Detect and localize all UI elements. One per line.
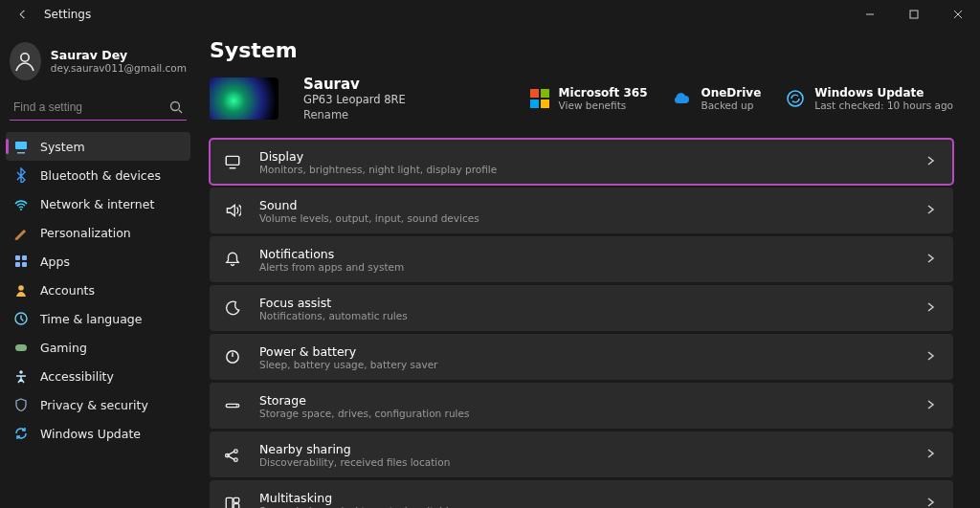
nav-item-time[interactable]: Time & language bbox=[6, 304, 190, 333]
item-title: Focus assist bbox=[259, 296, 408, 310]
nav-item-privacy[interactable]: Privacy & security bbox=[6, 390, 190, 419]
minimize-button[interactable] bbox=[848, 0, 892, 29]
chevron-right-icon bbox=[924, 399, 936, 413]
display-icon bbox=[223, 153, 242, 170]
nav-item-label: Apps bbox=[40, 254, 70, 269]
avatar bbox=[10, 42, 41, 80]
chevron-right-icon bbox=[924, 155, 936, 169]
item-subtitle: Monitors, brightness, night light, displ… bbox=[259, 164, 497, 175]
nav-item-label: Accounts bbox=[40, 283, 95, 298]
gaming-icon bbox=[13, 340, 29, 355]
profile-email: dey.saurav011@gmail.com bbox=[51, 62, 187, 75]
nav-item-update[interactable]: Windows Update bbox=[6, 419, 190, 448]
settings-item-display[interactable]: DisplayMonitors, brightness, night light… bbox=[210, 139, 953, 185]
item-subtitle: Sleep, battery usage, battery saver bbox=[259, 359, 437, 370]
window-title: Settings bbox=[44, 8, 91, 21]
update-icon bbox=[13, 426, 29, 441]
status-ms365[interactable]: Microsoft 365 View benefits bbox=[530, 86, 648, 111]
chevron-right-icon bbox=[924, 204, 936, 218]
nav-item-label: Network & internet bbox=[40, 197, 154, 211]
close-button[interactable] bbox=[936, 0, 980, 29]
nearby-icon bbox=[223, 446, 242, 463]
nav-item-network[interactable]: Network & internet bbox=[6, 189, 190, 218]
focus-icon bbox=[223, 299, 242, 317]
apps-icon bbox=[13, 254, 29, 269]
rename-link[interactable]: Rename bbox=[303, 108, 406, 121]
status-ms365-title: Microsoft 365 bbox=[559, 86, 648, 99]
status-onedrive[interactable]: OneDrive Backed up bbox=[672, 86, 761, 111]
storage-icon bbox=[223, 397, 242, 414]
item-title: Multitasking bbox=[259, 491, 461, 505]
chevron-right-icon bbox=[924, 497, 936, 509]
nav-item-label: Accessibility bbox=[40, 369, 114, 384]
status-update-title: Windows Update bbox=[814, 86, 953, 99]
back-button[interactable] bbox=[10, 1, 36, 28]
chevron-right-icon bbox=[924, 301, 936, 316]
notifications-icon bbox=[223, 251, 242, 268]
search-box[interactable] bbox=[10, 94, 187, 121]
nav-item-label: Gaming bbox=[40, 341, 87, 355]
nav-item-apps[interactable]: Apps bbox=[6, 247, 190, 276]
search-input[interactable] bbox=[13, 100, 169, 114]
nav-item-accounts[interactable]: Accounts bbox=[6, 276, 190, 304]
status-update-sub: Last checked: 10 hours ago bbox=[814, 99, 953, 111]
settings-item-focus[interactable]: Focus assistNotifications, automatic rul… bbox=[210, 285, 953, 331]
status-onedrive-title: OneDrive bbox=[701, 86, 761, 99]
nav-item-label: System bbox=[40, 140, 85, 154]
nav-item-system[interactable]: System bbox=[6, 132, 190, 161]
personalization-icon bbox=[13, 225, 29, 240]
item-subtitle: Volume levels, output, input, sound devi… bbox=[259, 212, 479, 224]
nav-list: SystemBluetooth & devicesNetwork & inter… bbox=[0, 130, 196, 450]
nav-item-label: Privacy & security bbox=[40, 398, 148, 412]
multitasking-icon bbox=[223, 495, 242, 508]
nav-item-label: Bluetooth & devices bbox=[40, 168, 161, 183]
nav-item-personalization[interactable]: Personalization bbox=[6, 218, 190, 247]
item-subtitle: Alerts from apps and system bbox=[259, 261, 404, 273]
settings-item-power[interactable]: Power & batterySleep, battery usage, bat… bbox=[210, 334, 953, 380]
device-info-row: Saurav GP63 Leopard 8RE Rename Microsoft… bbox=[210, 76, 953, 121]
device-wallpaper-thumb bbox=[210, 77, 278, 120]
nav-item-accessibility[interactable]: Accessibility bbox=[6, 362, 190, 390]
onedrive-icon bbox=[672, 89, 691, 108]
settings-item-sound[interactable]: SoundVolume levels, output, input, sound… bbox=[210, 188, 953, 233]
nav-item-bluetooth[interactable]: Bluetooth & devices bbox=[6, 161, 190, 189]
profile-name: Saurav Dey bbox=[51, 48, 187, 63]
item-title: Storage bbox=[259, 393, 469, 408]
chevron-right-icon bbox=[924, 448, 936, 462]
item-title: Display bbox=[259, 149, 497, 164]
device-name: Saurav bbox=[303, 76, 406, 93]
settings-item-multitasking[interactable]: MultitaskingSnap windows, desktops, task… bbox=[210, 480, 953, 508]
privacy-icon bbox=[13, 397, 29, 412]
device-model: GP63 Leopard 8RE bbox=[303, 93, 406, 106]
nav-item-label: Personalization bbox=[40, 226, 131, 240]
status-ms365-sub: View benefits bbox=[559, 99, 648, 111]
sidebar: Saurav Dey dey.saurav011@gmail.com Syste… bbox=[0, 29, 196, 508]
profile-block[interactable]: Saurav Dey dey.saurav011@gmail.com bbox=[0, 36, 196, 94]
settings-item-notifications[interactable]: NotificationsAlerts from apps and system bbox=[210, 236, 953, 282]
settings-item-nearby[interactable]: Nearby sharingDiscoverability, received … bbox=[210, 431, 953, 477]
settings-list: DisplayMonitors, brightness, night light… bbox=[210, 139, 953, 508]
windows-update-icon bbox=[786, 89, 805, 108]
titlebar: Settings bbox=[0, 0, 980, 29]
sound-icon bbox=[223, 202, 242, 219]
item-subtitle: Storage space, drives, configuration rul… bbox=[259, 408, 469, 419]
network-icon bbox=[13, 196, 29, 211]
main-content: System Saurav GP63 Leopard 8RE Rename Mi… bbox=[196, 29, 980, 508]
power-icon bbox=[223, 348, 242, 365]
nav-item-label: Time & language bbox=[40, 312, 142, 326]
nav-item-gaming[interactable]: Gaming bbox=[6, 333, 190, 362]
system-icon bbox=[13, 139, 29, 154]
chevron-right-icon bbox=[924, 253, 936, 267]
nav-item-label: Windows Update bbox=[40, 427, 141, 441]
page-title: System bbox=[210, 38, 953, 62]
item-title: Notifications bbox=[259, 247, 404, 261]
item-title: Nearby sharing bbox=[259, 442, 450, 456]
item-title: Sound bbox=[259, 198, 479, 212]
ms365-icon bbox=[530, 89, 549, 108]
item-subtitle: Notifications, automatic rules bbox=[259, 310, 408, 321]
accounts-icon bbox=[13, 282, 29, 298]
settings-item-storage[interactable]: StorageStorage space, drives, configurat… bbox=[210, 383, 953, 429]
search-icon bbox=[169, 100, 183, 114]
status-windows-update[interactable]: Windows Update Last checked: 10 hours ag… bbox=[786, 86, 953, 111]
maximize-button[interactable] bbox=[892, 0, 936, 29]
